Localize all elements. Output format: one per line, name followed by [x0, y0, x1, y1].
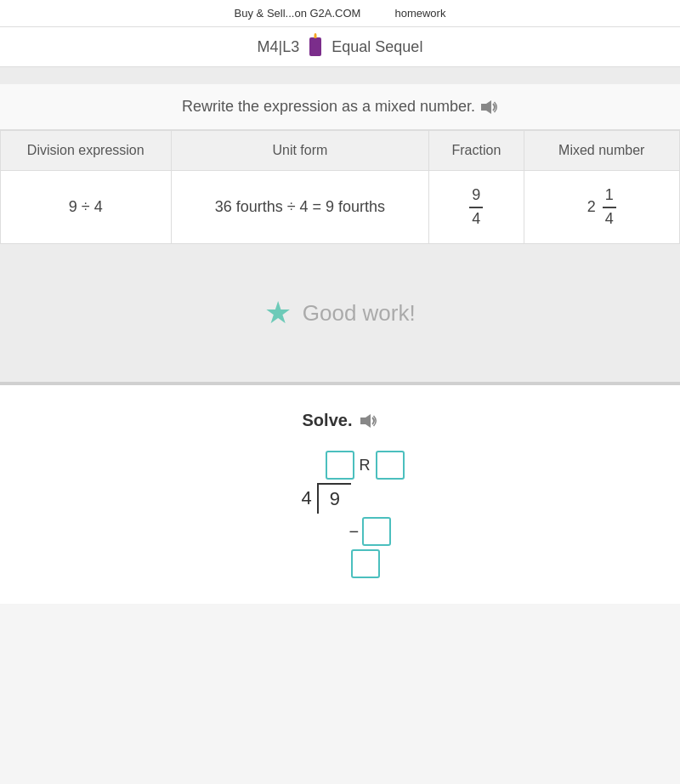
col-header-unit: Unit form: [171, 131, 429, 171]
sound-icon[interactable]: [479, 99, 498, 115]
lesson-label: M4|L3: [258, 38, 300, 56]
top-bar-link2[interactable]: homework: [394, 7, 445, 20]
quotient-row: R: [302, 451, 405, 480]
mixed-whole: 2: [587, 198, 596, 216]
divisor: 4: [302, 487, 317, 509]
fraction-display: 9 4: [469, 186, 483, 228]
solve-section: Solve. R 4 9 −: [0, 385, 680, 604]
dividend: 9: [317, 483, 351, 514]
col-header-mixed: Mixed number: [524, 131, 679, 171]
cell-fraction: 9 4: [429, 171, 524, 244]
solve-label: Solve.: [303, 411, 378, 430]
remainder-box-bottom[interactable]: [351, 549, 380, 578]
mixed-numerator: 1: [603, 186, 616, 208]
solve-sound-icon[interactable]: [359, 413, 377, 429]
r-label: R: [360, 457, 371, 474]
subtraction-row: −: [302, 517, 392, 546]
cell-division: 9 ÷ 4: [1, 171, 172, 244]
header: M4|L3 Equal Sequel: [0, 27, 680, 67]
mixed-denominator: 4: [605, 208, 614, 229]
divisor-dividend-row: 4 9: [302, 483, 351, 514]
quotient-box[interactable]: [326, 451, 354, 480]
solve-text: Solve.: [303, 411, 353, 430]
math-table: Division expression Unit form Fraction M…: [0, 130, 680, 244]
candle-icon: [309, 37, 321, 56]
cell-mixed-number: 2 1 4: [524, 171, 679, 244]
top-bar-link1[interactable]: Buy & Sell...on G2A.COM: [235, 7, 361, 20]
good-work-section: ★ Good work!: [0, 244, 680, 382]
fraction-denominator: 4: [472, 208, 480, 229]
cell-unit-form: 36 fourths ÷ 4 = 9 fourths: [171, 171, 429, 244]
table-row: 9 ÷ 4 36 fourths ÷ 4 = 9 fourths 9 4 2 1…: [1, 171, 680, 244]
main-content: Rewrite the expression as a mixed number…: [0, 67, 680, 382]
top-bar: Buy & Sell...on G2A.COM homework: [0, 0, 680, 27]
mixed-fraction: 1 4: [603, 186, 616, 228]
mixed-number-display: 2 1 4: [587, 186, 616, 228]
col-header-division: Division expression: [1, 131, 172, 171]
app-name: Equal Sequel: [332, 38, 422, 56]
fraction-numerator: 9: [469, 186, 483, 208]
instruction-text: Rewrite the expression as a mixed number…: [182, 98, 475, 115]
long-division: R 4 9 −: [302, 451, 405, 578]
instruction-bar: Rewrite the expression as a mixed number…: [0, 84, 680, 130]
minus-sign: −: [349, 522, 360, 542]
remainder-row: [302, 549, 380, 578]
subtrahend-box[interactable]: [362, 517, 391, 546]
star-icon: ★: [264, 295, 292, 331]
good-work-text: Good work!: [303, 300, 416, 326]
svg-marker-1: [360, 414, 371, 428]
svg-marker-0: [481, 100, 491, 114]
col-header-fraction: Fraction: [429, 131, 524, 171]
remainder-box-top[interactable]: [376, 451, 405, 480]
